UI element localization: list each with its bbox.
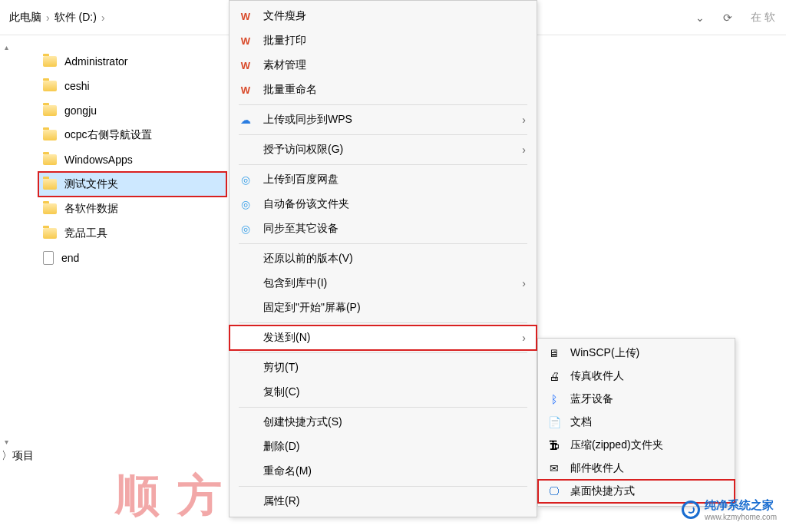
menu-item-wps-upload[interactable]: ☁上传或同步到WPS› [230,107,537,132]
menu-item-baidu-backup[interactable]: ◎自动备份该文件夹 [230,192,537,216]
folder-label: 竞品工具 [64,226,107,240]
wps-icon: W [239,58,253,72]
menu-item-pin-start[interactable]: 固定到"开始"屏幕(P) [230,296,537,320]
menu-label: 包含到库中(I) [263,276,511,290]
menu-item-wps-assets[interactable]: W素材管理 [230,53,537,78]
submenu-label: 压缩(zipped)文件夹 [570,438,663,452]
menu-label: 创建快捷方式(S) [263,415,526,429]
chevron-right-icon: › [522,114,526,126]
menu-item-baidu-sync[interactable]: ◎同步至其它设备 [230,216,537,241]
chevron-right-icon: › [46,12,50,24]
separator [239,322,527,323]
crumb-root[interactable]: 此电脑 [9,11,41,25]
chevron-right-icon: › [522,277,526,289]
menu-item-send-to[interactable]: 发送到(N)› [230,325,537,350]
menu-item-shortcut[interactable]: 创建快捷方式(S) [230,410,537,435]
search-input[interactable]: 在 软 [751,11,775,25]
chevron-right-icon: › [522,332,526,344]
submenu-item-fax[interactable]: 🖨传真收件人 [538,365,735,388]
separator [239,164,527,165]
submenu-label: 传真收件人 [570,369,624,383]
menu-label: 发送到(N) [263,331,511,345]
menu-item-wps-slim[interactable]: W文件瘦身 [230,4,537,28]
menu-item-baidu-upload[interactable]: ◎上传到百度网盘 [230,167,537,192]
chevron-right-icon: › [522,144,526,156]
list-item[interactable]: ocpc右侧导航设置 [38,123,226,147]
menu-item-grant-access[interactable]: 授予访问权限(G)› [230,137,537,162]
submenu-item-mail[interactable]: ✉邮件收件人 [538,457,735,480]
list-item[interactable]: ceshi [38,74,226,98]
folder-icon [43,228,57,239]
menu-label: 重命名(M) [263,464,526,478]
menu-label: 素材管理 [263,58,526,72]
menu-item-copy[interactable]: 复制(C) [230,380,537,405]
separator [239,104,527,105]
list-item[interactable]: gongju [38,98,226,123]
scroll-up-icon[interactable]: ▴ [5,43,8,51]
menu-item-cut[interactable]: 剪切(T) [230,355,537,380]
file-icon [43,251,54,265]
breadcrumb[interactable]: 此电脑 › 软件 (D:) › [9,11,105,25]
menu-label: 自动备份该文件夹 [263,197,526,211]
menu-item-include-lib[interactable]: 包含到库中(I)› [230,271,537,296]
list-item[interactable]: 竞品工具 [38,221,226,246]
list-item[interactable]: 各软件数据 [38,197,226,221]
background-decoration: 顺 方 [115,466,225,526]
menu-label: 固定到"开始"屏幕(P) [263,301,526,315]
bluetooth-icon: ᛒ [547,392,561,406]
folder-icon [43,154,57,165]
refresh-button[interactable]: ⟳ [723,12,732,24]
baidu-icon: ◎ [239,173,253,187]
watermark-title: 纯净系统之家 [705,498,777,513]
wps-icon: W [239,34,253,48]
submenu-item-docs[interactable]: 📄文档 [538,411,735,434]
list-item-selected[interactable]: 测试文件夹 [38,172,226,197]
folder-label: 测试文件夹 [64,177,118,191]
folder-label: ocpc右侧导航设置 [64,128,152,142]
submenu-item-winscp[interactable]: 🖥WinSCP(上传) [538,342,735,365]
submenu-label: 蓝牙设备 [570,392,613,406]
file-label: end [61,252,79,264]
submenu-item-zip[interactable]: 🗜压缩(zipped)文件夹 [538,434,735,457]
separator [239,486,527,487]
menu-item-wps-rename[interactable]: W批量重命名 [230,78,537,102]
separator [239,243,527,244]
desktop-icon: 🖵 [547,484,561,498]
separator [239,352,527,353]
send-to-submenu: 🖥WinSCP(上传) 🖨传真收件人 ᛒ蓝牙设备 📄文档 🗜压缩(zipped)… [537,338,735,507]
menu-item-delete[interactable]: 删除(D) [230,435,537,459]
separator [239,134,527,135]
menu-label: 批量重命名 [263,83,526,97]
wps-icon: W [239,9,253,23]
list-item[interactable]: WindowsApps [38,147,226,172]
history-dropdown[interactable]: ⌄ [695,12,705,24]
chevron-right-icon: › [101,12,105,24]
menu-label: 批量打印 [263,34,526,48]
menu-label: 还原以前的版本(V) [263,252,526,266]
folder-label: WindowsApps [64,154,133,166]
menu-item-wps-print[interactable]: W批量打印 [230,28,537,53]
submenu-item-bluetooth[interactable]: ᛒ蓝牙设备 [538,388,735,411]
wps-icon: W [239,83,253,97]
scroll-down-icon[interactable]: ▾ [5,438,8,446]
submenu-label: 文档 [570,415,592,429]
watermark-url: www.kzmyhome.com [705,513,777,521]
menu-item-restore[interactable]: 还原以前的版本(V) [230,246,537,271]
folder-label: Administrator [64,55,127,68]
menu-label: 上传或同步到WPS [263,113,511,127]
menu-item-rename[interactable]: 重命名(M) [230,459,537,484]
folder-list: Administrator ceshi gongju ocpc右侧导航设置 Wi… [38,49,226,270]
menu-label: 删除(D) [263,440,526,454]
winscp-icon: 🖥 [547,346,561,360]
baidu-icon: ◎ [239,197,253,211]
crumb-drive[interactable]: 软件 (D:) [54,11,97,25]
menu-item-properties[interactable]: 属性(R) [230,489,537,514]
menu-label: 剪切(T) [263,361,526,375]
watermark: 纯净系统之家 www.kzmyhome.com [682,498,777,521]
list-item[interactable]: end [38,246,226,270]
folder-label: ceshi [64,80,90,92]
menu-label: 文件瘦身 [263,9,526,23]
folder-label: gongju [64,104,97,117]
list-item[interactable]: Administrator [38,49,226,74]
cloud-icon: ☁ [239,113,253,127]
